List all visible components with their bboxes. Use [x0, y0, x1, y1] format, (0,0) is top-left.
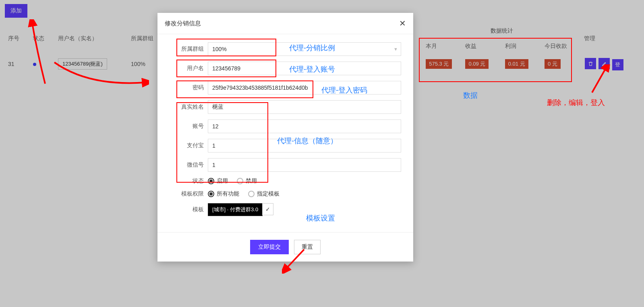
radio-off-icon: [237, 178, 243, 184]
label-username: 用户名: [170, 65, 204, 72]
realname-input[interactable]: [208, 100, 401, 114]
label-alipay: 支付宝: [170, 142, 204, 149]
label-status: 状态: [170, 177, 204, 185]
account-input[interactable]: [208, 120, 401, 133]
label-template: 模板: [170, 206, 204, 213]
template-tag[interactable]: [城市] · 付费进群3.0: [208, 203, 263, 216]
label-account: 账号: [170, 123, 204, 130]
dialog-title: 修改分销信息: [165, 20, 201, 27]
tpl-all-radio[interactable]: 所有功能: [208, 190, 239, 198]
password-input[interactable]: [208, 81, 401, 95]
label-tpl-auth: 模板权限: [170, 190, 204, 198]
username-input[interactable]: [208, 62, 401, 75]
status-disable-radio[interactable]: 禁用: [237, 177, 257, 185]
label-realname: 真实姓名: [170, 103, 204, 111]
submit-button[interactable]: 立即提交: [250, 240, 289, 254]
status-enable-radio[interactable]: 启用: [208, 177, 228, 185]
radio-on-icon: [208, 191, 214, 197]
alipay-input[interactable]: [208, 139, 401, 152]
edit-dialog: 修改分销信息 ✕ 所属群组 ▼ 用户名 密码 真实姓名 账号 支付宝: [157, 13, 413, 262]
wechat-input[interactable]: [208, 158, 401, 172]
radio-on-icon: [208, 178, 214, 184]
radio-off-icon: [248, 191, 255, 197]
close-icon[interactable]: ✕: [399, 19, 406, 28]
tpl-spec-radio[interactable]: 指定模板: [248, 190, 280, 198]
label-wechat: 微信号: [170, 161, 204, 169]
group-select[interactable]: [208, 42, 401, 56]
check-icon[interactable]: ✓: [262, 203, 273, 215]
reset-button[interactable]: 重置: [294, 240, 321, 254]
label-group: 所属群组: [170, 45, 204, 53]
label-password: 密码: [170, 84, 204, 91]
